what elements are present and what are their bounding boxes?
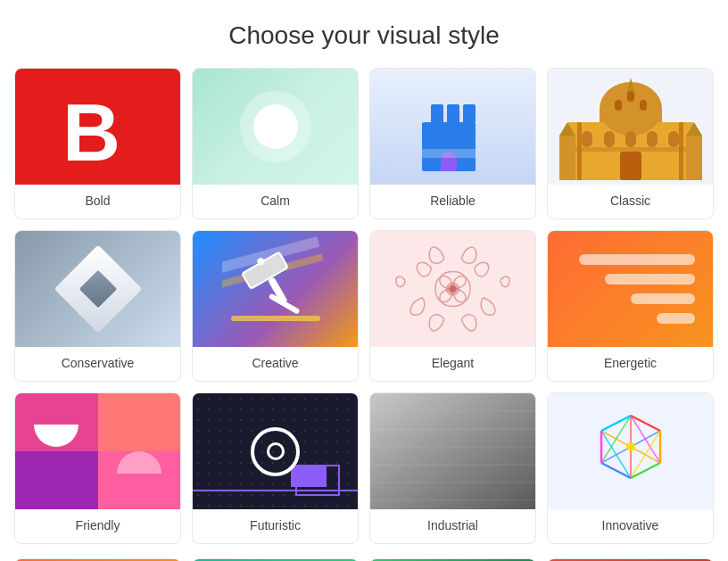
classic-label: Classic <box>548 185 713 219</box>
svg-rect-17 <box>559 136 575 180</box>
style-card-calm[interactable]: Calm <box>192 68 359 219</box>
friendly-grid <box>15 393 180 509</box>
reliable-preview <box>370 69 535 185</box>
svg-rect-7 <box>625 131 636 147</box>
innovative-bg <box>548 393 713 509</box>
svg-rect-9 <box>668 131 679 147</box>
bold-b-icon: B <box>54 82 143 171</box>
svg-rect-8 <box>647 131 658 147</box>
futuristic-circle-inner-icon <box>267 442 285 460</box>
style-card-creative[interactable]: Creative <box>192 230 359 382</box>
calm-circle-outer <box>240 91 311 162</box>
friendly-label: Friendly <box>15 509 180 543</box>
svg-rect-15 <box>640 100 647 111</box>
svg-rect-16 <box>627 91 634 102</box>
half-circle-bottom <box>34 425 79 447</box>
innovative-preview <box>548 393 713 509</box>
style-card-industrial[interactable]: Industrial <box>369 392 536 544</box>
bold-preview: B <box>15 69 180 185</box>
friendly-q4 <box>98 451 181 509</box>
elegant-preview <box>370 231 535 347</box>
style-card-classic[interactable]: Classic <box>547 68 714 219</box>
svg-point-53 <box>626 442 635 451</box>
svg-rect-18 <box>686 136 702 180</box>
castle-icon <box>422 104 484 176</box>
svg-rect-14 <box>615 100 622 111</box>
svg-rect-10 <box>620 152 641 180</box>
friendly-q3 <box>15 451 98 509</box>
calm-circle-inner <box>253 104 298 149</box>
style-grid: B Bold Calm <box>0 68 728 558</box>
style-card-friendly[interactable]: Friendly <box>14 392 181 544</box>
futuristic-preview <box>193 393 358 509</box>
diamond-inner-icon <box>79 270 116 308</box>
svg-point-31 <box>450 285 457 293</box>
bold-label: Bold <box>15 185 180 219</box>
friendly-preview <box>15 393 180 509</box>
energy-line-3 <box>631 293 696 304</box>
calm-label: Calm <box>193 185 358 219</box>
energetic-label: Energetic <box>548 347 713 381</box>
industrial-icon <box>370 393 535 509</box>
style-card-innovative[interactable]: Innovative <box>547 392 714 544</box>
friendly-q2 <box>98 393 181 451</box>
futuristic-bg <box>193 393 358 509</box>
reliable-label: Reliable <box>370 185 535 219</box>
style-card-reliable[interactable]: Reliable <box>369 68 536 219</box>
energy-line-1 <box>579 254 696 265</box>
elegant-label: Elegant <box>370 347 535 381</box>
svg-text:B: B <box>62 88 120 171</box>
energetic-bg <box>548 231 713 347</box>
conservative-preview <box>15 231 180 347</box>
svg-rect-5 <box>582 131 592 147</box>
classic-preview <box>548 69 713 185</box>
creative-preview <box>193 231 358 347</box>
svg-rect-29 <box>231 316 320 321</box>
creative-label: Creative <box>193 347 358 381</box>
calm-preview <box>193 69 358 185</box>
style-card-futuristic[interactable]: Futuristic <box>192 392 359 544</box>
futuristic-rect-border <box>295 465 340 496</box>
energy-line-2 <box>605 274 696 285</box>
industrial-bg <box>370 393 535 509</box>
innovative-label: Innovative <box>548 509 713 543</box>
gem-icon <box>591 411 671 491</box>
energy-line-4 <box>657 313 696 324</box>
page-title: Choose your visual style <box>0 0 728 68</box>
industrial-label: Industrial <box>370 509 535 543</box>
floral-icon <box>370 231 535 347</box>
energetic-preview <box>548 231 713 347</box>
futuristic-label: Futuristic <box>193 509 358 543</box>
style-card-elegant[interactable]: Elegant <box>369 230 536 382</box>
style-card-conservative[interactable]: Conservative <box>14 230 181 382</box>
svg-rect-3 <box>600 109 662 122</box>
style-card-bold[interactable]: B Bold <box>14 68 181 219</box>
svg-rect-13 <box>568 147 693 152</box>
futuristic-circle-icon <box>251 427 300 476</box>
friendly-q1 <box>15 393 98 451</box>
style-card-energetic[interactable]: Energetic <box>547 230 714 382</box>
svg-rect-6 <box>604 131 615 147</box>
diamond-icon <box>54 245 142 334</box>
paint-roller-icon <box>222 235 329 342</box>
industrial-preview <box>370 393 535 509</box>
half-circle-top <box>117 451 161 474</box>
palace-icon <box>559 73 702 180</box>
conservative-label: Conservative <box>15 347 180 381</box>
